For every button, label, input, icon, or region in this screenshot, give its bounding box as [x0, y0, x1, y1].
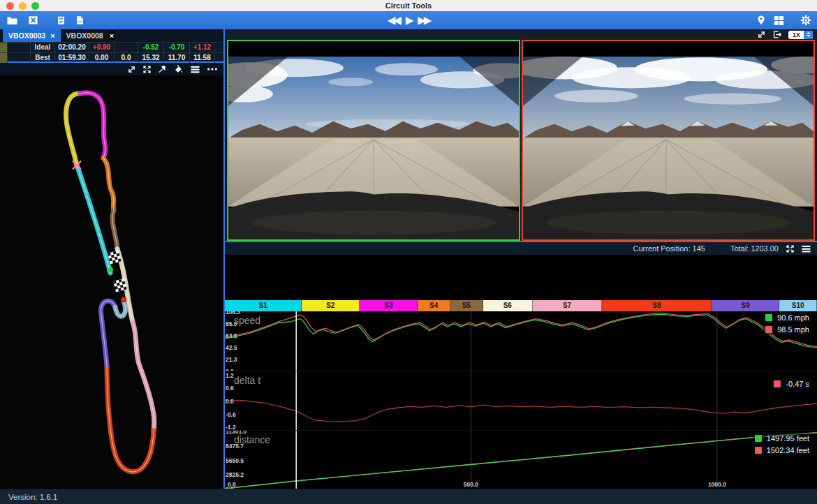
- window-title: Circuit Tools: [0, 0, 817, 11]
- lap-table-spacer: [8, 53, 31, 63]
- lap-table-cell: -0.70: [164, 43, 190, 52]
- delta-t-series-delta: [225, 400, 817, 422]
- status-bar: Version: 1.6.1: [0, 489, 817, 504]
- distance-title: distance: [234, 434, 270, 445]
- pin-icon[interactable]: [158, 64, 167, 74]
- track-sector-1: [77, 165, 110, 273]
- delta-t-graph: 1.20.60.0-0.6-1.2delta t-0.47 s: [225, 371, 817, 430]
- sector-bar: S1S2S3S4S5S6S7S8S9S10: [225, 300, 817, 311]
- lap-table-row-ideal: Ideal02:00.20+0.90-0.52-0.70+1.12: [0, 42, 223, 52]
- lap-table-spacer: [8, 43, 31, 52]
- video-right-frame: [523, 41, 814, 239]
- stepper-arrows-icon[interactable]: [804, 31, 813, 39]
- delta-t-ytick: 1.2: [226, 372, 234, 379]
- legend-value: -0.47 s: [786, 380, 809, 388]
- lap-table-cell: +1.12: [190, 43, 215, 52]
- expand-icon[interactable]: [786, 244, 795, 253]
- distance-ytick: 2825.2: [226, 471, 244, 478]
- window-titlebar: Circuit Tools: [0, 0, 817, 11]
- legend-value: 1502.34 feet: [767, 446, 809, 454]
- rewind-button[interactable]: ◀◀: [388, 11, 399, 29]
- lap-table-cell: 11.70: [164, 53, 190, 63]
- distance-xtick: 0.0: [228, 481, 236, 488]
- distance-xtick: 500.0: [464, 481, 478, 488]
- zoom-window-button[interactable]: [31, 2, 39, 10]
- lap-color-swatch: [0, 43, 8, 52]
- diag-expand-icon[interactable]: [757, 30, 766, 39]
- playback-speed-value: 1X: [793, 31, 800, 38]
- play-button[interactable]: ▶: [406, 11, 412, 29]
- lap-table-cell: +0.90: [89, 43, 115, 52]
- distance-xtick: 1000.0: [708, 481, 726, 488]
- speed-title: speed: [234, 315, 260, 326]
- playback-speed-stepper[interactable]: 1X: [788, 31, 813, 39]
- diag-expand-icon[interactable]: [127, 65, 136, 74]
- speed-graph: 106.385.063.842.521.30.0speed90.6 mph98.…: [225, 311, 817, 371]
- svg-text:csv: csv: [78, 20, 83, 23]
- fast-forward-button[interactable]: ▶▶: [418, 11, 429, 29]
- close-file-icon[interactable]: [28, 15, 38, 25]
- lap-table-cell: 0.00: [89, 53, 115, 63]
- delta-t-ytick: 0.0: [226, 398, 234, 405]
- distance-graph: 11301.08475.75650.52825.20.00.0500.01000…: [225, 430, 817, 489]
- layout-grid-icon[interactable]: [774, 15, 784, 26]
- lap-color-swatch: [0, 53, 8, 63]
- menu-icon[interactable]: [801, 244, 811, 253]
- lap-table-cell: 0.0: [115, 53, 138, 63]
- lap-table-cell: 15.32: [138, 53, 164, 63]
- open-file-icon[interactable]: [6, 15, 18, 25]
- tab-vbox0003[interactable]: VBOX0003×: [3, 29, 61, 42]
- sector-s9[interactable]: S9: [712, 300, 780, 311]
- tab-vbox0008[interactable]: VBOX0008×: [61, 29, 122, 42]
- video-right[interactable]: [522, 40, 815, 241]
- export-csv-icon[interactable]: csv: [75, 15, 84, 25]
- sector-s4[interactable]: S4: [418, 300, 450, 311]
- tab-close-icon[interactable]: ×: [50, 31, 54, 40]
- analysis-panel: 1X: [225, 29, 817, 489]
- delta-t-ytick: -1.2: [226, 424, 236, 430]
- distance-legend: 1497.95 feet1502.34 feet: [753, 433, 811, 455]
- main-area: VBOX0003×VBOX0008× Ideal02:00.20+0.90-0.…: [0, 29, 817, 489]
- delta-t-legend: -0.47 s: [772, 379, 811, 389]
- sector-s10[interactable]: S10: [779, 300, 816, 311]
- lap-table: Ideal02:00.20+0.90-0.52-0.70+1.12Best01:…: [0, 42, 223, 63]
- sector-s8[interactable]: S8: [602, 300, 712, 311]
- speed-plot[interactable]: [225, 311, 817, 371]
- distance-series-distance-red: [225, 433, 817, 489]
- legend-value: 90.6 mph: [777, 313, 809, 322]
- report-icon[interactable]: [57, 15, 66, 25]
- pop-out-icon[interactable]: [772, 30, 782, 39]
- sector-s1[interactable]: S1: [225, 300, 302, 311]
- lap-table-cell: -0.52: [138, 43, 164, 52]
- tab-close-icon[interactable]: ×: [108, 31, 115, 40]
- sector-s6[interactable]: S6: [483, 300, 533, 311]
- video-left[interactable]: [227, 40, 520, 241]
- sector-s2[interactable]: S2: [302, 300, 360, 311]
- legend-row: -0.47 s: [772, 379, 811, 389]
- version-label: Version: 1.6.1: [8, 493, 57, 501]
- track-sector-10: [115, 301, 126, 316]
- distance-series-distance-green: [225, 433, 817, 489]
- close-window-button[interactable]: [6, 2, 14, 10]
- minimize-window-button[interactable]: [19, 2, 27, 10]
- track-map[interactable]: [0, 75, 223, 489]
- legend-swatch-icon: [755, 435, 762, 442]
- menu-icon[interactable]: [190, 65, 200, 74]
- legend-swatch-icon: [765, 314, 772, 321]
- paint-bucket-icon[interactable]: [173, 64, 184, 74]
- graph-spacer: [225, 255, 817, 300]
- graphs: 106.385.063.842.521.30.0speed90.6 mph98.…: [225, 311, 817, 489]
- lap-table-row-best: Best01:59.300.000.015.3211.7011.58: [0, 52, 223, 63]
- sector-s7[interactable]: S7: [533, 300, 602, 311]
- sector-s3[interactable]: S3: [360, 300, 418, 311]
- expand-icon[interactable]: [142, 65, 152, 74]
- sector-s5[interactable]: S5: [450, 300, 483, 311]
- more-icon[interactable]: [207, 66, 218, 72]
- settings-gear-icon[interactable]: [800, 15, 811, 26]
- tab-label: VBOX0008: [66, 31, 103, 40]
- track-marker-icon[interactable]: [756, 15, 766, 26]
- file-tabs: VBOX0003×VBOX0008×: [0, 29, 223, 42]
- distance-plot[interactable]: [225, 431, 817, 489]
- delta-t-plot[interactable]: [225, 371, 817, 430]
- total-samples-label: Total: 1203.00: [730, 244, 779, 253]
